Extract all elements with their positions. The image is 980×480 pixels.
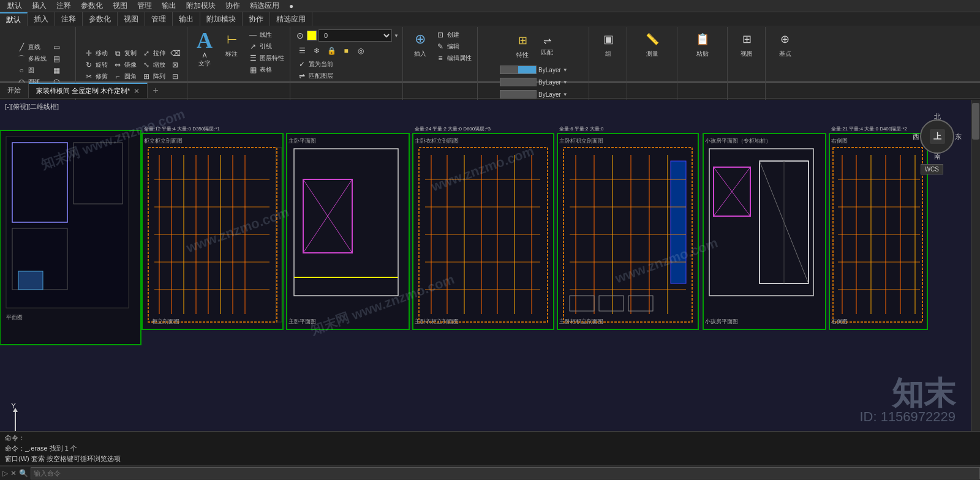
tool-group[interactable]: ▣ 组 <box>596 28 620 59</box>
tool-layer-lock[interactable]: 🔒 <box>325 45 338 56</box>
linetype-icon: — <box>248 30 258 40</box>
color-swatch <box>500 66 537 74</box>
tool-edit-block[interactable]: ✎ 编辑 <box>434 41 473 52</box>
ribbon-tab-featured[interactable]: 精选应用 <box>270 12 312 26</box>
ribbon-tab-collab[interactable]: 协作 <box>243 12 270 26</box>
tool-hatch[interactable]: ▤ <box>50 53 63 64</box>
input-arrow-icon: ▷ <box>2 469 8 478</box>
input-icons: ▷ ✕ 🔍 <box>0 469 31 478</box>
tool-polyline[interactable]: ⌒ 多段线 <box>15 53 48 64</box>
compass-west: 西 <box>913 132 919 141</box>
tool-basepoint[interactable]: ⊕ 基点 <box>773 28 797 59</box>
menu-manage[interactable]: 管理 <box>132 0 157 12</box>
svg-text:全量:24  平量:2  大量:0  D600隔层:*3: 全量:24 平量:2 大量:0 D600隔层:*3 <box>415 126 491 132</box>
scrollbar-thumb[interactable] <box>972 103 979 140</box>
tool-explode[interactable]: ⊠ <box>168 59 182 70</box>
new-tab-button[interactable]: + <box>148 85 163 96</box>
rotate-icon: ↻ <box>84 60 94 70</box>
tool-stretch[interactable]: ⤢ 拉伸 <box>140 48 167 59</box>
svg-text:主卧柜积立剖面图: 主卧柜积立剖面图 <box>559 318 603 324</box>
color-dropdown-arrow[interactable]: ▼ <box>563 67 568 73</box>
tool-erase[interactable]: ⌫ <box>168 48 182 59</box>
tool-insert-block[interactable]: ⊕ 插入 <box>408 28 432 59</box>
menu-collab[interactable]: 协作 <box>221 0 245 12</box>
tool-circle[interactable]: ○ 圆 <box>15 65 48 76</box>
stretch-icon: ⤢ <box>141 48 151 58</box>
tool-linetype[interactable]: — 线性 <box>246 29 286 40</box>
tool-fillet[interactable]: ⌐ 圆角 <box>111 71 138 82</box>
ribbon-tab-addons[interactable]: 附加模块 <box>200 12 243 26</box>
tool-leader[interactable]: ↗ 引线 <box>246 41 286 52</box>
table-icon: ▦ <box>248 65 258 75</box>
tool-scale[interactable]: ⤡ 缩放 <box>140 59 167 70</box>
tool-line[interactable]: ╱ 直线 <box>15 42 48 53</box>
svg-rect-71 <box>703 133 826 329</box>
tool-gradient[interactable]: ▦ <box>50 65 63 76</box>
tool-properties[interactable]: ⊞ 特性 <box>510 29 535 61</box>
tool-measure[interactable]: 📏 测量 <box>640 28 665 59</box>
layer-dropdown[interactable]: 0 <box>318 29 392 42</box>
tool-rotate[interactable]: ↻ 旋转 <box>82 59 110 70</box>
menu-addons[interactable]: 附加模块 <box>181 0 221 12</box>
layer-manager-icon: ☰ <box>297 46 307 56</box>
command-input[interactable] <box>31 467 980 479</box>
tool-view-toggle[interactable]: ⊞ 视图 <box>734 28 759 59</box>
tool-create-block[interactable]: ⊡ 创建 <box>434 29 473 40</box>
tab-drawing[interactable]: 家装样板间 全屋定制 木作定制* ✕ <box>29 83 148 98</box>
tool-layer-freeze[interactable]: ❄ <box>310 45 323 56</box>
tool-copy[interactable]: ⧉ 复制 <box>111 48 138 59</box>
svg-text:右侧图: 右侧图 <box>831 138 848 144</box>
svg-text:主卧衣柜立剖面图: 主卧衣柜立剖面图 <box>415 138 459 144</box>
menu-featured[interactable]: 精选应用 <box>245 0 284 12</box>
tool-array[interactable]: ⊞ 阵列 <box>140 71 167 82</box>
tool-offset[interactable]: ⊟ <box>168 71 182 82</box>
tab-close-button[interactable]: ✕ <box>134 87 140 96</box>
ribbon-tab-annotate[interactable]: 注释 <box>55 12 83 26</box>
tool-edit-attrib[interactable]: ≡ 编辑属性 <box>434 53 473 64</box>
ribbon-tab-insert[interactable]: 插入 <box>28 12 55 26</box>
lineweight-dropdown-arrow[interactable]: ▼ <box>563 92 568 97</box>
svg-text:主卧衣柜立剖面图: 主卧衣柜立剖面图 <box>415 318 459 324</box>
ribbon-tab-default[interactable]: 默认 <box>0 12 28 26</box>
menu-insert[interactable]: 插入 <box>27 0 51 12</box>
scrollbar-vertical[interactable] <box>971 100 980 431</box>
menu-view[interactable]: 视图 <box>108 0 132 12</box>
tool-match-props[interactable]: ⇌ 匹配 <box>537 32 557 58</box>
tool-layer-isolate[interactable]: ◎ <box>354 45 368 56</box>
ribbon-tab-manage[interactable]: 管理 <box>145 12 173 26</box>
tool-paste[interactable]: 📋 粘贴 <box>690 28 715 59</box>
tool-layer-props[interactable]: ☰ 图层特性 <box>246 53 286 64</box>
layer-lock-icon: 🔒 <box>326 46 336 56</box>
tool-layer-color[interactable]: ■ <box>339 45 353 56</box>
tool-table[interactable]: ▦ 表格 <box>246 64 286 75</box>
linetype-dropdown-arrow[interactable]: ▼ <box>563 80 568 85</box>
tool-label[interactable]: ⊢ 标注 <box>218 28 245 59</box>
wcs-label: WCS <box>921 164 943 174</box>
svg-text:主卧平面图: 主卧平面图 <box>288 138 316 144</box>
input-bar: ▷ ✕ 🔍 <box>0 466 980 480</box>
tool-layer-manager[interactable]: ☰ <box>295 45 309 56</box>
tool-make-current[interactable]: ✓ 置为当前 <box>295 59 335 70</box>
drawing-area[interactable]: 平面图 全量:12 平量:4 大量:0 D350隔层:*1 柜立柜立剖面图 <box>0 100 971 431</box>
ribbon-tab-view[interactable]: 视图 <box>118 12 145 26</box>
menu-annotate[interactable]: 注释 <box>51 0 76 12</box>
tool-text[interactable]: A A 文字 <box>192 28 217 69</box>
ribbon: 默认 插入 注释 参数化 视图 管理 输出 附加模块 协作 精选应用 ╱ 直线 … <box>0 12 980 83</box>
ribbon-tab-output[interactable]: 输出 <box>173 12 200 26</box>
menu-dot[interactable]: ● <box>284 1 298 12</box>
menu-default[interactable]: 默认 <box>2 0 27 12</box>
array-icon: ⊞ <box>141 72 151 81</box>
tool-move[interactable]: ✛ 移动 <box>82 48 110 59</box>
tab-start[interactable]: 开始 <box>0 83 29 98</box>
tool-mirror[interactable]: ⇔ 镜像 <box>111 59 138 70</box>
tool-trim[interactable]: ✂ 修剪 <box>82 71 110 82</box>
menu-output[interactable]: 输出 <box>157 0 181 12</box>
layer-freeze-icon: ❄ <box>312 46 322 56</box>
tool-match-layer[interactable]: ⇌ 匹配图层 <box>295 70 335 81</box>
menu-parametric[interactable]: 参数化 <box>76 0 108 12</box>
cmd-line-3: 窗口(W) 套索 按空格键可循环浏览选项 <box>5 454 975 464</box>
ribbon-tab-param[interactable]: 参数化 <box>83 12 118 26</box>
leader-icon: ↗ <box>248 42 258 51</box>
tool-rect[interactable]: ▭ <box>50 42 63 53</box>
layer-dropdown-arrow[interactable]: ▼ <box>394 33 399 39</box>
